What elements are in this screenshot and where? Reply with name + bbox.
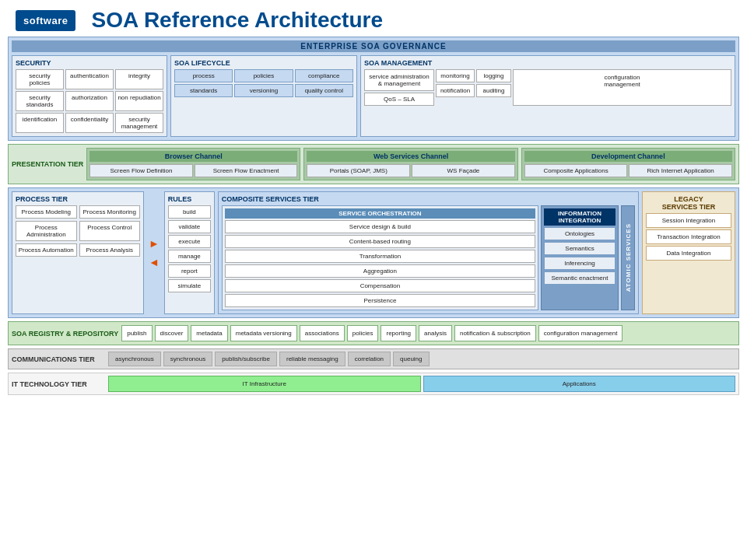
legacy-cells: Session Integration Transaction Integrat… (646, 213, 731, 261)
process-tier: PROCESS TIER Process Modeling Process Mo… (12, 191, 144, 314)
development-channel: Development Channel Composite Applicatio… (521, 148, 735, 180)
list-item: metadata (191, 325, 227, 341)
rules-label: RULES (168, 195, 211, 203)
rules-box: RULES build validate execute manage repo… (164, 191, 215, 314)
list-item: Semantics (544, 242, 615, 255)
management-label: SOA MANAGEMENT (364, 59, 731, 67)
list-item: Compensation (225, 279, 535, 292)
security-box: SECURITY security policies authenticatio… (12, 55, 167, 137)
list-item: Service design & build (225, 220, 535, 233)
list-item: publish (121, 325, 152, 341)
list-item: publish/subscribe (215, 352, 277, 366)
logo-text: software (23, 15, 68, 26)
list-item: notification (436, 84, 475, 97)
list-item: Aggregation (225, 264, 535, 278)
atomic-label: ATOMIC SERVICES (625, 223, 632, 292)
list-item: identification (16, 113, 64, 133)
composite-title: COMPOSITE SERVICES TIER (222, 195, 635, 203)
page-title: SOA Reference Architecture (91, 8, 383, 33)
list-item: synchronous (163, 352, 212, 366)
list-item: discover (155, 325, 189, 341)
list-item: Portals (SOAP, JMS) (307, 164, 410, 177)
process-grid: Process Modeling Process Monitoring Proc… (16, 205, 140, 257)
presentation-label: PRESENTATION TIER (12, 148, 83, 180)
list-item: Inferencing (544, 257, 615, 270)
list-item: reliable messaging (279, 352, 345, 366)
list-item: Process Control (79, 221, 141, 241)
development-channel-title: Development Channel (524, 151, 732, 162)
composite-inner: SERVICE ORCHESTRATION Service design & b… (222, 205, 635, 310)
list-item: monitoring (436, 69, 475, 82)
list-item: policies (347, 325, 379, 341)
list-item: QoS – SLA (364, 93, 434, 106)
list-item: analysis (419, 325, 452, 341)
information-integration: INFORMATION INTEGRATION Ontologies Seman… (541, 205, 619, 310)
lifecycle-row2: standards versioning quality control (174, 84, 353, 97)
list-item: quality control (295, 84, 353, 97)
info-int-title: INFORMATION INTEGRATION (544, 208, 615, 226)
list-item: confidentiality (65, 113, 114, 133)
list-item: non repudiation (115, 91, 163, 111)
enterprise-box: ENTERPRISE SOA GOVERNANCE SECURITY secur… (8, 37, 739, 141)
list-item: correlation (348, 352, 391, 366)
list-item: Persistence (225, 294, 535, 307)
registry-label: SOA REGISTRY & REPOSITORY (12, 330, 118, 338)
list-item: service administration& management (364, 69, 434, 91)
list-item: Ontologies (544, 227, 615, 240)
list-item: notification & subscription (454, 325, 536, 341)
arrow-right-icon: ► (149, 237, 160, 250)
browser-channel: Browser Channel Screen Flow Definition S… (86, 148, 300, 180)
list-item: Applications (423, 376, 736, 392)
management-box: SOA MANAGEMENT service administration& m… (360, 55, 735, 137)
list-item: simulate (168, 279, 211, 292)
development-channel-cells: Composite Applications Rich Internet App… (524, 164, 732, 177)
web-services-channel-title: Web Services Channel (307, 151, 514, 162)
list-item: build (168, 205, 211, 219)
list-item: associations (300, 325, 345, 341)
presentation-channels: Browser Channel Screen Flow Definition S… (86, 148, 735, 180)
registry-box: SOA REGISTRY & REPOSITORY publish discov… (8, 321, 739, 345)
list-item: Screen Flow Definition (89, 164, 193, 177)
list-item: integrity (115, 69, 163, 89)
process-tier-label: PROCESS TIER (16, 195, 140, 203)
list-item: manage (168, 250, 211, 263)
legacy-title: LEGACYSERVICES TIER (646, 195, 731, 211)
it-cells: IT Infrastructure Applications (108, 376, 735, 392)
logo: software (16, 10, 75, 31)
list-item: WS Façade (412, 164, 515, 177)
it-label: IT TECHNOLOGY TIER (12, 380, 105, 388)
list-item: validate (168, 220, 211, 233)
list-item: Process Automation (16, 243, 77, 257)
list-item: metadata versioning (230, 325, 297, 341)
list-item: policies (234, 69, 293, 82)
communications-tier: COMMUNICATIONS TIER asynchronous synchro… (8, 348, 739, 369)
list-item: configuration management (538, 325, 623, 341)
composite-services-tier: COMPOSITE SERVICES TIER SERVICE ORCHESTR… (218, 191, 639, 314)
security-grid: security policies authentication integri… (16, 69, 163, 133)
list-item: reporting (381, 325, 416, 341)
enterprise-inner: SECURITY security policies authenticatio… (12, 55, 735, 137)
list-item: auditing (476, 84, 511, 97)
security-label: SECURITY (16, 59, 163, 67)
arrows: ► ◄ (147, 191, 161, 314)
registry-cells: publish discover metadata metadata versi… (121, 325, 735, 341)
browser-channel-cells: Screen Flow Definition Screen Flow Enact… (89, 164, 297, 177)
presentation-tier: PRESENTATION TIER Browser Channel Screen… (8, 144, 739, 184)
comm-cells: asynchronous synchronous publish/subscri… (108, 352, 735, 366)
web-services-channel: Web Services Channel Portals (SOAP, JMS)… (303, 148, 517, 180)
list-item: Rich Internet Application (629, 164, 732, 177)
list-item: logging (476, 69, 511, 82)
list-item: Content-based routing (225, 235, 535, 248)
list-item: Process Analysis (79, 243, 141, 257)
service-orchestration: SERVICE ORCHESTRATION Service design & b… (222, 205, 538, 310)
list-item: Session Integration (646, 213, 731, 228)
lifecycle-label: SOA LIFECYCLE (174, 59, 353, 67)
list-item: Process Monitoring (79, 205, 141, 219)
list-item: Process Modeling (16, 205, 77, 219)
list-item: Transformation (225, 250, 535, 263)
enterprise-title: ENTERPRISE SOA GOVERNANCE (12, 40, 735, 52)
list-item: configurationmanagement (513, 69, 731, 106)
list-item: security standards (16, 91, 64, 111)
atomic-services-box: ATOMIC SERVICES (621, 205, 635, 310)
list-item: Semantic enactment (544, 271, 615, 285)
